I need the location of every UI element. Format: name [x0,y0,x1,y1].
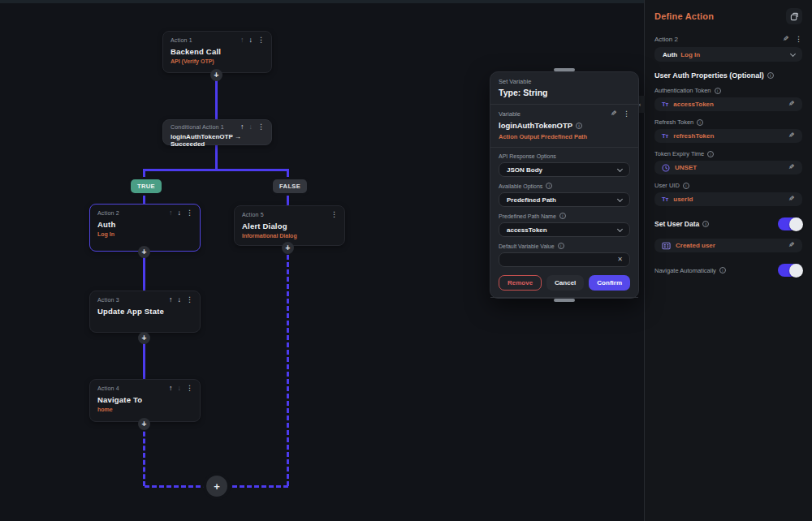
variable-menu-icon[interactable]: ⋮ [623,110,630,118]
default-variable-value-input[interactable]: ✕ [499,252,630,267]
info-icon[interactable]: i [546,183,552,189]
move-up-icon[interactable]: ↑ [169,209,173,217]
node-title: Alert Dialog [242,222,338,230]
add-action-button[interactable]: + [138,418,150,430]
chevron-down-icon [617,226,623,232]
node-menu-icon[interactable]: ⋮ [330,211,338,218]
modal-header: Set Variable Type: String [490,72,638,105]
confirm-button[interactable]: Confirm [589,275,630,291]
modal-drag-handle[interactable] [554,68,575,71]
action-menu-icon[interactable]: ⋮ [795,36,802,43]
variable-label: Variable [499,110,520,118]
node-menu-icon[interactable]: ⋮ [257,37,265,44]
move-up-icon[interactable]: ↑ [169,296,173,304]
modal-title: Type: String [499,88,630,97]
move-down-icon[interactable]: ↓ [249,123,253,131]
move-up-icon[interactable]: ↑ [240,123,244,131]
clock-icon [662,164,670,172]
node-menu-icon[interactable]: ⋮ [186,296,193,304]
section-title: User Auth Properties (Optional) [654,71,764,80]
edit-icon[interactable]: ✎ [788,101,795,108]
info-icon[interactable]: i [719,267,726,273]
node-action-1[interactable]: Action 1 ↑ ↓ ⋮ Backend Call API (Verify … [162,31,272,73]
chevron-down-icon [617,166,623,172]
field-value: refreshToken [673,132,714,140]
add-action-button-terminal[interactable]: + [206,476,227,497]
node-title: Update App State [97,307,193,316]
text-type-icon: Tт [662,101,668,108]
move-up-icon[interactable]: ↑ [240,37,244,44]
copy-action-button[interactable] [786,8,802,24]
info-icon[interactable]: i [702,221,709,227]
info-icon[interactable]: i [715,88,721,94]
add-action-button[interactable]: + [210,69,222,81]
remove-button[interactable]: Remove [499,275,542,291]
cancel-button[interactable]: Cancel [546,275,584,291]
edit-icon[interactable]: ✎ [788,196,795,203]
connector-dashed [287,248,289,486]
chevron-down-icon [617,196,623,202]
clear-icon[interactable]: ✕ [617,256,623,263]
info-icon[interactable]: i [767,72,774,79]
info-icon[interactable]: i [558,243,564,249]
selected-value: JSON Body [507,166,542,174]
edit-variable-icon[interactable]: ✎ [611,110,617,118]
node-title: Navigate To [97,395,193,404]
node-action-5[interactable]: Action 5 ⋮ Alert Dialog Informational Di… [234,205,345,246]
info-icon[interactable]: i [576,123,582,129]
node-label: Conditional Action 1 [171,124,224,130]
node-label: Action 5 [242,212,264,217]
move-down-icon[interactable]: ↓ [178,209,182,217]
node-action-3[interactable]: Action 3 ↑ ↓ ⋮ Update App State [89,291,201,333]
move-down-icon[interactable]: ↓ [178,385,182,392]
authentication-token-field[interactable]: Tт accessToken ✎ [654,97,802,111]
edit-icon[interactable]: ✎ [788,132,795,140]
navigate-automatically-toggle[interactable] [778,264,802,277]
node-title: Auth [97,220,193,229]
add-action-button[interactable]: + [282,242,294,254]
chevron-down-icon [790,51,796,57]
field-value: Created user [676,242,715,249]
action-type-primary: Auth [663,51,677,58]
node-menu-icon[interactable]: ⋮ [186,209,193,217]
field-value: userId [673,196,693,203]
info-icon[interactable]: i [559,213,566,219]
predefined-path-name-select[interactable]: accessToken [499,222,630,237]
node-menu-icon[interactable]: ⋮ [186,385,193,392]
action-type-select[interactable]: Auth Log In [654,47,802,62]
move-up-icon[interactable]: ↑ [169,385,173,392]
field-label: Token Expiry Time [654,150,704,157]
edit-icon[interactable]: ✎ [788,242,795,249]
define-action-panel: ◂ Define Action Action 2 ✎ ⋮ Auth Log In [644,0,812,521]
edit-icon[interactable]: ✎ [788,164,795,171]
action-type-secondary: Log In [680,51,700,58]
selected-value: accessToken [507,226,547,234]
move-down-icon[interactable]: ↓ [249,37,253,44]
node-conditional-action-1[interactable]: Conditional Action 1 ↑ ↓ ⋮ loginAuthToke… [162,119,272,145]
info-icon[interactable]: i [683,183,689,189]
node-menu-icon[interactable]: ⋮ [257,123,265,131]
api-response-options-select[interactable]: JSON Body [499,162,630,177]
modal-drag-handle[interactable] [554,299,575,302]
connector-dashed [143,424,145,486]
add-action-button[interactable]: + [138,246,150,258]
edit-action-icon[interactable]: ✎ [783,36,789,43]
add-action-button[interactable]: + [138,332,150,344]
field-label: Available Options [499,183,542,189]
available-options-select[interactable]: Predefined Path [499,192,630,207]
node-action-2[interactable]: Action 2 ↑ ↓ ⋮ Auth Log In [89,204,201,252]
info-icon[interactable]: i [697,119,703,126]
toggle-knob [789,264,803,278]
set-user-data-toggle[interactable] [778,217,802,230]
token-expiry-time-field[interactable]: UNSET ✎ [654,161,802,174]
node-action-4[interactable]: Action 4 ↑ ↓ ⋮ Navigate To home [89,379,201,422]
field-value: accessToken [673,101,714,108]
user-uid-field[interactable]: Tт userId ✎ [654,192,802,206]
move-down-icon[interactable]: ↓ [178,296,182,304]
text-type-icon: Tт [662,196,668,203]
info-icon[interactable]: i [707,151,714,157]
refresh-token-field[interactable]: Tт refreshToken ✎ [654,129,802,143]
created-user-field[interactable]: Created user ✎ [654,239,802,252]
connector [143,169,289,171]
node-label: Action 2 [97,210,119,216]
